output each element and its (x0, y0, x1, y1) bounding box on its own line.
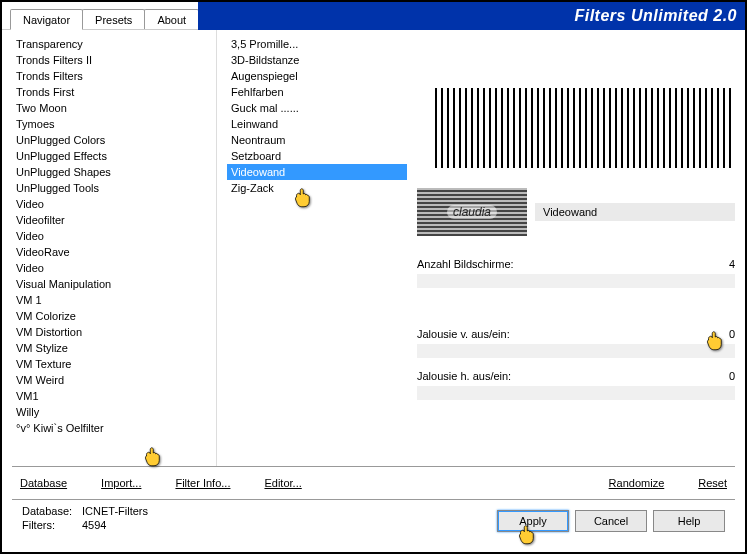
category-item[interactable]: Video (12, 260, 216, 276)
category-item[interactable]: VM Colorize (12, 308, 216, 324)
category-item[interactable]: VM Weird (12, 372, 216, 388)
category-item[interactable]: Video (12, 228, 216, 244)
filter-item[interactable]: Guck mal ...... (227, 100, 407, 116)
parameter-panel: Anzahl Bildschirme:4Jalousie v. aus/ein:… (417, 256, 735, 410)
preview-thumbnail: claudia (417, 188, 527, 236)
category-item[interactable]: Visual Manipulation (12, 276, 216, 292)
tab-navigator[interactable]: Navigator (10, 9, 83, 30)
category-item[interactable]: VM1 (12, 388, 216, 404)
param-slider[interactable] (417, 386, 735, 400)
tab-about[interactable]: About (144, 9, 199, 29)
preview-stripes (435, 88, 735, 168)
param-label: Jalousie v. aus/ein: (417, 328, 715, 340)
category-item[interactable]: Tronds Filters (12, 68, 216, 84)
filter-item[interactable]: Augenspiegel (227, 68, 407, 84)
param-value: 0 (715, 370, 735, 382)
apply-button[interactable]: Apply (497, 510, 569, 532)
category-item[interactable]: VM Stylize (12, 340, 216, 356)
category-item[interactable]: UnPlugged Shapes (12, 164, 216, 180)
preview-area: claudia Videowand (417, 36, 735, 236)
category-item[interactable]: Video (12, 196, 216, 212)
database-button[interactable]: Database (12, 475, 75, 491)
filter-item[interactable]: 3D-Bildstanze (227, 52, 407, 68)
param-row: Jalousie v. aus/ein:0 (417, 326, 735, 342)
category-item[interactable]: VM 1 (12, 292, 216, 308)
category-item[interactable]: °v° Kiwi`s Oelfilter (12, 420, 216, 436)
filter-item[interactable]: Setzboard (227, 148, 407, 164)
reset-button[interactable]: Reset (690, 475, 735, 491)
filter-item[interactable]: Zig-Zack (227, 180, 407, 196)
param-label: Jalousie h. aus/ein: (417, 370, 715, 382)
category-item[interactable]: Tronds First (12, 84, 216, 100)
param-slider[interactable] (417, 274, 735, 288)
filter-item[interactable]: Videowand (227, 164, 407, 180)
action-row: Database Import... Filter Info... Editor… (12, 466, 735, 495)
category-item[interactable]: Two Moon (12, 100, 216, 116)
category-item[interactable]: VideoRave (12, 244, 216, 260)
title-bar: Filters Unlimited 2.0 (198, 2, 745, 30)
category-item[interactable]: Tymoes (12, 116, 216, 132)
import-button[interactable]: Import... (93, 475, 149, 491)
param-value: 0 (715, 328, 735, 340)
tab-presets[interactable]: Presets (82, 9, 145, 29)
category-item[interactable]: Willy (12, 404, 216, 420)
category-list[interactable]: TransparencyTronds Filters IITronds Filt… (12, 36, 216, 460)
randomize-button[interactable]: Randomize (601, 475, 673, 491)
category-item[interactable]: Transparency (12, 36, 216, 52)
param-value: 4 (715, 258, 735, 270)
param-slider[interactable] (417, 344, 735, 358)
filter-item[interactable]: Fehlfarben (227, 84, 407, 100)
help-button[interactable]: Help (653, 510, 725, 532)
category-item[interactable]: Tronds Filters II (12, 52, 216, 68)
editor-button[interactable]: Editor... (256, 475, 309, 491)
param-label: Anzahl Bildschirme: (417, 258, 715, 270)
tab-bar: Navigator Presets About (2, 2, 198, 30)
category-item[interactable]: UnPlugged Tools (12, 180, 216, 196)
filter-item[interactable]: 3,5 Promille... (227, 36, 407, 52)
param-row: Anzahl Bildschirme:4 (417, 256, 735, 272)
category-item[interactable]: Videofilter (12, 212, 216, 228)
filter-item[interactable]: Neontraum (227, 132, 407, 148)
app-title: Filters Unlimited 2.0 (574, 7, 737, 25)
cancel-button[interactable]: Cancel (575, 510, 647, 532)
status-info: Database:ICNET-Filters Filters:4594 (22, 504, 148, 532)
category-item[interactable]: VM Texture (12, 356, 216, 372)
category-item[interactable]: VM Distortion (12, 324, 216, 340)
category-item[interactable]: UnPlugged Effects (12, 148, 216, 164)
param-row: Jalousie h. aus/ein:0 (417, 368, 735, 384)
filter-item[interactable]: Leinwand (227, 116, 407, 132)
filter-info-button[interactable]: Filter Info... (167, 475, 238, 491)
category-item[interactable]: UnPlugged Colors (12, 132, 216, 148)
selected-filter-name: Videowand (535, 203, 735, 221)
filter-list[interactable]: 3,5 Promille...3D-BildstanzeAugenspiegel… (227, 36, 407, 460)
